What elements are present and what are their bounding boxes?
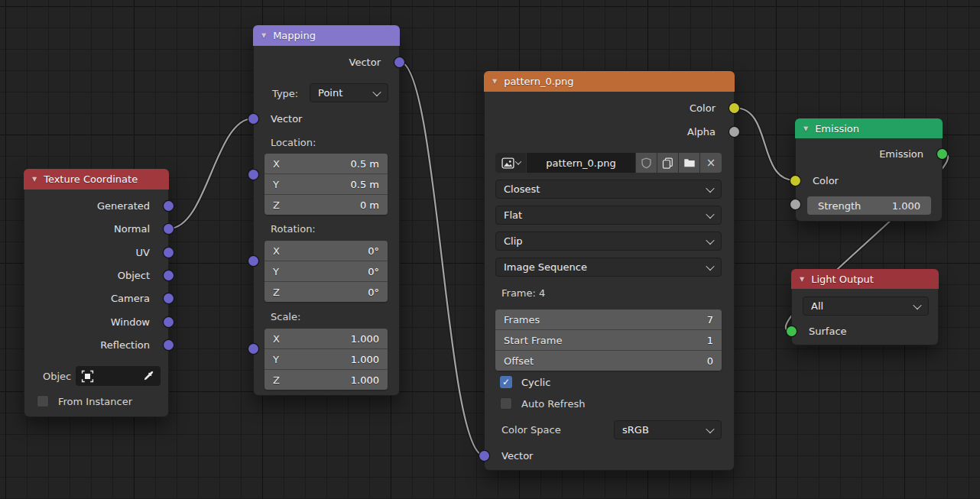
shield-icon [641, 157, 652, 169]
input-label-vector: Vector [501, 449, 533, 464]
start-frame-field[interactable]: Start Frame1 [495, 330, 722, 350]
socket-output-emission[interactable] [937, 149, 947, 159]
image-datablock-row: pattern_0.png × [495, 153, 722, 173]
socket-output-reflection[interactable] [164, 340, 174, 350]
socket-input-scale[interactable] [248, 344, 258, 354]
location-y-field[interactable]: Y0.5 m [264, 174, 388, 194]
location-label: Location: [271, 137, 316, 148]
type-label: Type: [272, 88, 298, 99]
collapse-triangle-icon[interactable]: ▼ [261, 32, 266, 39]
input-label-color: Color [813, 173, 839, 189]
cyclic-label: Cyclic [521, 377, 550, 388]
mapping-type-value: Point [318, 87, 342, 99]
socket-input-surface[interactable] [787, 326, 797, 336]
scale-z-field[interactable]: Z1.000 [264, 370, 388, 390]
socket-output-camera[interactable] [164, 293, 174, 303]
object-picker-field[interactable] [76, 366, 161, 386]
object-field-label: Objec [43, 371, 71, 382]
socket-output-color[interactable] [729, 103, 739, 113]
collapse-triangle-icon[interactable]: ▼ [32, 176, 37, 183]
open-image-button[interactable] [679, 153, 699, 173]
socket-output-window[interactable] [164, 317, 174, 327]
socket-output-vector[interactable] [394, 57, 404, 67]
socket-output-normal[interactable] [164, 224, 174, 234]
rotation-z-field[interactable]: Z0° [264, 282, 388, 302]
color-space-label: Color Space [501, 424, 561, 436]
from-instancer-checkbox[interactable] [37, 395, 49, 407]
rotation-x-field[interactable]: X0° [264, 241, 388, 261]
chevron-down-icon [913, 300, 921, 309]
collapse-triangle-icon[interactable]: ▼ [800, 276, 804, 283]
frames-field[interactable]: Frames7 [495, 309, 722, 329]
auto-refresh-checkbox[interactable] [500, 397, 512, 410]
chevron-down-icon [706, 424, 714, 433]
interpolation-dropdown[interactable]: Closest [495, 180, 722, 199]
unlink-image-button[interactable]: × [700, 153, 722, 173]
cyclic-checkbox[interactable]: ✓ [500, 376, 512, 388]
node-title: Mapping [273, 30, 316, 41]
scale-x-field[interactable]: X1.000 [264, 329, 388, 348]
link-color-to-emission [735, 108, 795, 180]
scale-label: Scale: [271, 311, 300, 322]
node-title: pattern_0.png [504, 76, 573, 87]
socket-output-object[interactable] [164, 271, 174, 280]
node-header-mapping[interactable]: ▼ Mapping [253, 25, 400, 46]
output-label-emission: Emission [796, 147, 923, 162]
rotation-label: Rotation: [271, 223, 316, 235]
socket-input-location[interactable] [248, 170, 258, 180]
location-fields: X0.5 m Y0.5 m Z0 m [264, 154, 388, 215]
socket-input-vector[interactable] [479, 451, 489, 461]
collapse-triangle-icon[interactable]: ▼ [803, 125, 808, 132]
fake-user-shield-button[interactable] [636, 153, 657, 173]
offset-field[interactable]: Offset0 [495, 351, 722, 371]
node-light-output[interactable]: ▼ Light Output All Surface [791, 269, 939, 345]
node-texture-coordinate[interactable]: ▼ Texture Coordinate Generated Normal UV… [24, 169, 169, 417]
projection-dropdown[interactable]: Flat [495, 206, 722, 225]
chevron-down-icon [372, 87, 381, 96]
output-label-uv: UV [24, 245, 150, 261]
socket-output-alpha[interactable] [729, 127, 739, 137]
socket-output-generated[interactable] [164, 201, 174, 211]
chevron-down-icon [706, 261, 714, 270]
socket-input-color[interactable] [790, 176, 800, 186]
chevron-down-icon [706, 235, 714, 244]
node-header-image-texture[interactable]: ▼ pattern_0.png [484, 71, 735, 92]
location-z-field[interactable]: Z0 m [264, 195, 388, 215]
node-title: Texture Coordinate [44, 173, 138, 185]
chevron-down-icon [706, 183, 714, 192]
output-label-reflection: Reflection [24, 338, 150, 353]
location-x-field[interactable]: X0.5 m [264, 154, 388, 173]
output-label-generated: Generated [24, 199, 150, 214]
node-header-light-output[interactable]: ▼ Light Output [791, 269, 939, 289]
node-header-texture-coordinate[interactable]: ▼ Texture Coordinate [24, 169, 169, 190]
socket-input-strength[interactable] [790, 199, 800, 209]
node-image-texture[interactable]: ▼ pattern_0.png Color Alpha pattern_0.pn… [484, 71, 735, 471]
node-header-emission[interactable]: ▼ Emission [795, 118, 943, 138]
extension-dropdown[interactable]: Clip [495, 232, 722, 251]
image-name-field[interactable]: pattern_0.png [527, 153, 635, 173]
rotation-fields: X0° Y0° Z0° [264, 241, 388, 302]
output-label-window: Window [24, 315, 150, 330]
mapping-type-dropdown[interactable]: Point [310, 83, 388, 102]
input-label-surface: Surface [809, 324, 847, 339]
chevron-down-icon [706, 209, 714, 218]
folder-icon [683, 157, 696, 169]
eyedropper-icon[interactable] [143, 370, 155, 382]
node-title: Emission [815, 123, 859, 134]
socket-output-uv[interactable] [164, 248, 174, 258]
image-browse-button[interactable] [495, 153, 526, 173]
socket-input-vector[interactable] [248, 114, 258, 124]
node-emission[interactable]: ▼ Emission Emission Color Strength 1.000 [795, 118, 943, 222]
collapse-triangle-icon[interactable]: ▼ [492, 78, 497, 85]
output-label-vector: Vector [254, 55, 381, 70]
socket-input-rotation[interactable] [248, 256, 258, 266]
source-dropdown[interactable]: Image Sequence [495, 258, 722, 277]
node-mapping[interactable]: ▼ Mapping Vector Type: Point Vector Loca… [253, 25, 400, 396]
scale-y-field[interactable]: Y1.000 [264, 349, 388, 369]
rotation-y-field[interactable]: Y0° [264, 261, 388, 281]
color-space-dropdown[interactable]: sRGB [614, 420, 722, 439]
strength-field[interactable]: Strength 1.000 [807, 196, 931, 215]
output-target-dropdown[interactable]: All [803, 296, 929, 316]
object-data-icon [81, 370, 94, 383]
new-image-button[interactable] [657, 153, 678, 173]
